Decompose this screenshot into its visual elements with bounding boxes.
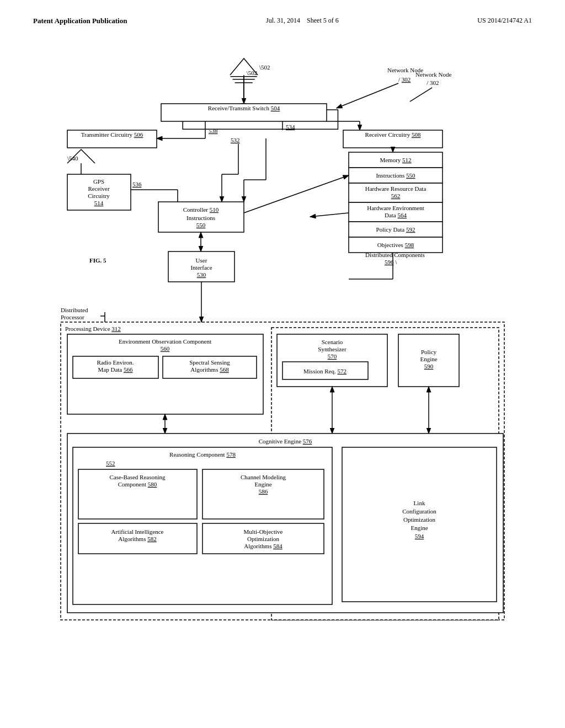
ui-text3: 530 [197,271,206,278]
policy-engine-text3: 590 [424,363,434,370]
link-config-text2: Configuration [402,508,436,515]
spectral-text1: Spectral Sensing [189,359,230,366]
link-config-text5: 594 [415,533,424,539]
multi-opt-text2: Optimization [247,536,280,542]
policy-data-text: Policy Data 592 [376,226,415,233]
dist-processor-label2: Processor [61,314,84,320]
ai-text2: Algorithms 582 [118,536,156,542]
hw-env-text1: Hardware Environment [367,205,424,211]
link-config-text4: Engine [411,524,428,531]
page: Patent Application Publication Jul. 31, … [0,0,565,728]
header-patent-number: US 2014/214742 A1 [477,17,532,25]
channel-text3: 586 [259,488,268,495]
dist-processor-label1: Distributed [61,307,88,313]
radio-env-text2: Map Data 566 [98,366,133,373]
env-obs-text1: Environment Observation Component [119,338,211,345]
transmitter-text: Transmitter Circuitry 506 [81,131,143,138]
svg-line-39 [310,213,349,217]
main-diagram: \502 Receive/Transmit Switch 504 Network… [33,42,532,638]
ai-text1: Artificial Intelligence [111,528,164,535]
svg-line-29 [244,175,349,213]
dist-components-label1: Distributed Components [365,251,425,258]
link-config-text1: Link [414,500,425,506]
header-publication-label: Patent Application Publication [33,17,127,25]
ref-536: 536 [132,181,142,188]
ref-534: 534 [286,124,295,130]
receiver-text: Receiver Circuitry 508 [365,131,421,138]
scenario-text1: Scenario [322,339,343,345]
ui-text2: Interface [190,264,212,271]
controller-text3: 550 [196,222,206,228]
gps-ref: 514 [94,200,104,206]
page-header: Patent Application Publication Jul. 31, … [33,17,532,25]
multi-opt-text3: Algorithms 584 [244,543,282,549]
channel-text1: Channel Modeling [241,474,286,480]
gps-text1: GPS [93,178,104,185]
processing-device-label: Processing Device 312 [65,325,121,332]
gps-ref-540: \540 [67,155,78,162]
ref-552: 552 [106,460,115,467]
channel-text2: Engine [254,481,271,488]
ref-538: 538 [209,127,218,134]
hw-resource-text2: 562 [391,192,401,199]
ui-text1: User [196,257,207,264]
hw-env-text2: Data 564 [385,212,407,218]
cbr-text2: Component 580 [118,481,157,488]
ref-532: 532 [231,137,240,143]
reasoning-text1: Reasoning Component 578 [169,451,236,458]
dist-components-label2: 596 \ [385,259,397,265]
env-obs-text2: 560 [161,345,170,352]
instructions-memory-text: Instructions 550 [376,172,415,179]
gps-text2: Receiver [88,185,109,192]
svg-line-13 [337,83,398,108]
scenario-text3: 570 [328,353,337,360]
memory-text: Memory 512 [380,157,411,163]
controller-text2: Instructions [186,215,215,221]
network-node-ref: / 302 [398,76,411,83]
spectral-text2: Algorithms 568 [190,366,229,373]
policy-engine-text1: Policy [421,349,437,355]
mission-req-text: Mission Req. 572 [303,368,347,374]
switch-text: Receive/Transmit Switch 504 [208,105,280,111]
hw-resource-text1: Hardware Resource Data [365,185,427,192]
header-center-info: Jul. 31, 2014 Sheet 5 of 6 [266,17,339,25]
network-node-text: Network Node [387,67,423,73]
cbr-text1: Case-Based Reasoning [109,474,166,480]
scenario-text2: Synthesizer [318,346,347,352]
diagram-area: Network Node / 302 \502 Receive/Transmit… [33,42,532,651]
antenna-label: \502 [259,64,270,71]
objectives-text: Objectives 598 [377,242,414,248]
multi-opt-text1: Multi-Objective [244,528,283,535]
cognitive-text: Cognitive Engine 576 [259,438,312,445]
policy-engine-text2: Engine [420,356,437,362]
controller-text1: Controller 510 [183,206,219,213]
gps-text3: Circuitry [88,192,110,199]
link-config-text3: Optimization [403,516,436,523]
fig-label: FIG. 5 [89,257,106,264]
radio-env-text1: Radio Environ. [97,359,134,366]
